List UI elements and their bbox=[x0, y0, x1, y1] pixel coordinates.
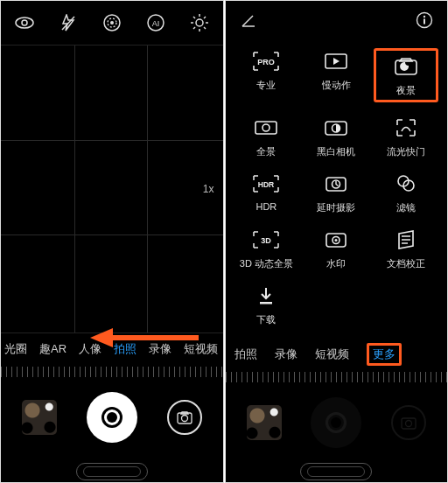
svg-point-39 bbox=[335, 239, 338, 242]
svg-rect-41 bbox=[402, 418, 416, 429]
mode-tile-filter[interactable]: 滤镜 bbox=[374, 171, 438, 214]
mode-tile-watermark[interactable]: 水印 bbox=[304, 227, 368, 270]
mode-趣AR[interactable]: 趣AR bbox=[39, 341, 66, 357]
shutter-row bbox=[226, 391, 448, 454]
svg-text:PRO: PRO bbox=[258, 58, 276, 66]
shutter-row bbox=[1, 386, 223, 449]
mode-tile-label: 滤镜 bbox=[396, 201, 416, 214]
phone-right: PRO专业慢动作夜景全景黑白相机流光快门HDRHDR延时摄影滤镜3D3D 动态全… bbox=[225, 0, 449, 483]
info-icon[interactable] bbox=[416, 11, 433, 29]
mode-grid: PRO专业慢动作夜景全景黑白相机流光快门HDRHDR延时摄影滤镜3D3D 动态全… bbox=[226, 39, 448, 330]
mode-tile-docscan[interactable]: 文档校正 bbox=[374, 227, 438, 270]
phone-left: AI 1x 光圈趣AR人像拍照录像短视频更 bbox=[0, 0, 224, 483]
home-button[interactable] bbox=[76, 463, 148, 480]
mode-录像[interactable]: 录像 bbox=[149, 341, 172, 357]
mode-更多[interactable]: 更多 bbox=[367, 343, 402, 366]
mode-人像[interactable]: 人像 bbox=[79, 341, 102, 357]
svg-point-8 bbox=[196, 19, 203, 26]
pro-icon: PRO bbox=[250, 48, 282, 74]
svg-rect-40 bbox=[260, 302, 272, 304]
mode-tile-slowmo[interactable]: 慢动作 bbox=[304, 48, 368, 102]
mode-tile-label: 水印 bbox=[326, 257, 346, 270]
mode-tile-label: 文档校正 bbox=[387, 257, 425, 270]
svg-line-16 bbox=[193, 27, 195, 29]
svg-line-13 bbox=[193, 17, 195, 18]
svg-point-18 bbox=[181, 416, 187, 422]
mode-tile-download[interactable]: 下载 bbox=[234, 283, 299, 326]
mode-ruler bbox=[1, 367, 223, 377]
switch-camera-button[interactable] bbox=[391, 405, 426, 440]
mode-tile-label: 专业 bbox=[256, 79, 276, 92]
viewfinder[interactable]: 1x bbox=[1, 45, 223, 333]
shutter-button[interactable] bbox=[311, 397, 361, 448]
3dpano-icon: 3D bbox=[250, 227, 282, 253]
home-button[interactable] bbox=[300, 463, 372, 480]
ai-mode-icon[interactable]: AI bbox=[144, 11, 167, 34]
mode-tile-label: 夜景 bbox=[396, 84, 416, 97]
settings-icon[interactable] bbox=[188, 11, 211, 34]
mode-tile-label: 全景 bbox=[256, 145, 276, 158]
flash-icon[interactable] bbox=[57, 11, 80, 34]
mode-tile-panorama[interactable]: 全景 bbox=[234, 115, 299, 158]
mode-tile-3dpano[interactable]: 3D3D 动态全景 bbox=[234, 227, 299, 270]
filter-icon bbox=[390, 171, 422, 197]
svg-line-15 bbox=[204, 17, 206, 18]
live-photo-icon[interactable] bbox=[13, 11, 36, 34]
gallery-thumbnail[interactable] bbox=[22, 400, 57, 435]
watermark-icon bbox=[320, 227, 352, 253]
svg-text:HDR: HDR bbox=[258, 180, 274, 189]
svg-point-22 bbox=[424, 16, 425, 18]
svg-rect-17 bbox=[178, 413, 192, 424]
zoom-badge[interactable]: 1x bbox=[203, 183, 214, 195]
svg-point-1 bbox=[22, 20, 27, 25]
download-icon bbox=[250, 283, 282, 309]
mode-拍照[interactable]: 拍照 bbox=[234, 346, 257, 362]
mode-tile-label: 慢动作 bbox=[322, 79, 351, 92]
svg-rect-27 bbox=[256, 122, 276, 134]
mode-tile-hdr[interactable]: HDRHDR bbox=[234, 171, 299, 214]
mode-tile-label: HDR bbox=[256, 201, 276, 212]
svg-point-5 bbox=[110, 21, 114, 24]
mode-tile-label: 流光快门 bbox=[387, 145, 425, 158]
night-icon bbox=[390, 53, 422, 80]
mode-短视频[interactable]: 短视频 bbox=[184, 341, 218, 357]
mode-strip-left[interactable]: 光圈趣AR人像拍照录像短视频更 bbox=[1, 333, 223, 365]
svg-point-28 bbox=[262, 124, 270, 131]
svg-point-0 bbox=[16, 18, 33, 28]
switch-camera-button[interactable] bbox=[167, 400, 202, 435]
svg-text:AI: AI bbox=[151, 19, 159, 28]
svg-line-14 bbox=[204, 27, 206, 29]
timelapse-icon bbox=[320, 171, 352, 197]
shutter-button[interactable] bbox=[87, 392, 137, 443]
lightpaint-icon bbox=[390, 115, 422, 141]
mode-tile-timelapse[interactable]: 延时摄影 bbox=[304, 171, 368, 214]
hdr-icon: HDR bbox=[250, 171, 282, 197]
mode-tile-pro[interactable]: PRO专业 bbox=[234, 48, 299, 102]
mode-录像[interactable]: 录像 bbox=[275, 346, 298, 362]
mode-strip-right[interactable]: 拍照录像短视频更多 bbox=[226, 339, 448, 370]
mode-短视频[interactable]: 短视频 bbox=[315, 346, 349, 362]
mode-光圈[interactable]: 光圈 bbox=[4, 341, 27, 357]
svg-line-19 bbox=[242, 16, 253, 26]
mode-ruler bbox=[226, 372, 448, 382]
gallery-thumbnail[interactable] bbox=[247, 405, 282, 440]
mode-tile-label: 3D 动态全景 bbox=[240, 257, 293, 270]
svg-rect-23 bbox=[424, 19, 425, 24]
top-toolbar: AI bbox=[1, 1, 223, 45]
slowmo-icon bbox=[320, 48, 352, 74]
svg-point-42 bbox=[406, 421, 412, 427]
mode-tile-night[interactable]: 夜景 bbox=[374, 48, 438, 102]
edit-icon[interactable] bbox=[240, 11, 257, 29]
mode-tile-label: 延时摄影 bbox=[317, 201, 355, 214]
top-toolbar bbox=[226, 1, 448, 39]
mode-tile-lightpaint[interactable]: 流光快门 bbox=[374, 115, 438, 158]
mode-tile-label: 黑白相机 bbox=[317, 145, 355, 158]
mode-tile-mono[interactable]: 黑白相机 bbox=[304, 115, 368, 158]
svg-text:3D: 3D bbox=[262, 236, 272, 245]
docscan-icon bbox=[390, 227, 422, 253]
mode-拍照[interactable]: 拍照 bbox=[114, 341, 136, 357]
mode-tile-label: 下载 bbox=[256, 313, 276, 326]
mono-icon bbox=[320, 115, 352, 141]
panorama-icon bbox=[250, 115, 282, 141]
color-mode-icon[interactable] bbox=[101, 11, 123, 34]
